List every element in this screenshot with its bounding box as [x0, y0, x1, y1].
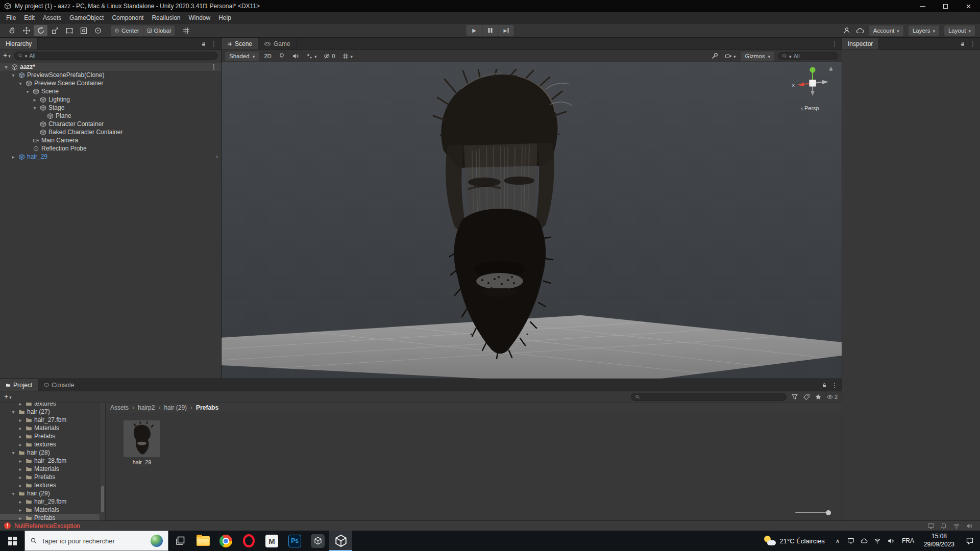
folder-row-selected[interactable]: Prefabs	[0, 514, 105, 520]
folder-row[interactable]: hair (27)	[0, 408, 105, 416]
rotate-tool-button[interactable]	[34, 25, 47, 36]
expand-arrow-icon[interactable]	[17, 416, 23, 423]
tray-wifi-icon[interactable]	[871, 537, 884, 544]
folder-row[interactable]: hair (29)	[0, 489, 105, 497]
breadcrumb-prefabs[interactable]: Prefabs	[196, 404, 218, 411]
hierarchy-item[interactable]: Lighting	[0, 95, 221, 104]
expand-arrow-icon[interactable]	[17, 465, 23, 472]
hair-model[interactable]	[425, 69, 575, 359]
hierarchy-item[interactable]: PreviewScenePrefab(Clone)	[0, 71, 221, 79]
layers-dropdown[interactable]: Layers	[909, 26, 939, 36]
weather-widget[interactable]: 21°C Éclaircies	[757, 535, 831, 546]
expand-arrow-icon[interactable]	[10, 490, 16, 497]
status-monitor-icon[interactable]	[927, 522, 935, 530]
folder-row[interactable]: textures	[0, 440, 105, 448]
hierarchy-item[interactable]: Character Container	[0, 120, 221, 128]
menu-file[interactable]: File	[2, 12, 20, 23]
expand-arrow-icon[interactable]	[17, 441, 23, 448]
unity-editor-button[interactable]	[329, 531, 352, 551]
start-button[interactable]	[0, 531, 24, 551]
gizmo-lock-icon[interactable]	[828, 66, 834, 71]
tab-inspector[interactable]: Inspector	[842, 38, 879, 49]
expand-arrow-icon[interactable]	[24, 88, 31, 95]
panel-menu-icon[interactable]	[211, 40, 217, 47]
hidden-packages-toggle[interactable]: 2	[826, 393, 838, 400]
menu-window[interactable]: Window	[185, 12, 215, 23]
folder-row[interactable]: hair_27.fbm	[0, 416, 105, 424]
status-error-text[interactable]: NullReferenceException	[14, 522, 80, 530]
scene-viewport[interactable]: x Persp	[222, 62, 842, 379]
scene-lighting-toggle[interactable]	[277, 52, 287, 61]
taskbar-search-box[interactable]: Taper ici pour rechercher	[24, 531, 168, 551]
scene-search-input[interactable]: All	[778, 52, 838, 60]
asset-thumbnail[interactable]	[124, 420, 160, 457]
breadcrumb-hairp2[interactable]: hairp2	[138, 404, 155, 411]
grid-snap-button[interactable]	[180, 25, 193, 36]
create-object-button[interactable]	[3, 52, 11, 59]
status-bell-icon[interactable]	[940, 522, 947, 530]
file-explorer-button[interactable]	[191, 531, 214, 551]
hierarchy-item[interactable]: Reflection Probe	[0, 144, 221, 153]
hierarchy-item[interactable]: Scene	[0, 87, 221, 95]
project-search-input[interactable]	[631, 393, 787, 401]
tray-monitor-icon[interactable]	[844, 537, 857, 544]
close-button[interactable]	[957, 0, 980, 12]
menu-help[interactable]: Help	[214, 12, 235, 23]
pause-button[interactable]	[482, 25, 498, 36]
hierarchy-search-input[interactable]: All	[14, 52, 218, 60]
scene-audio-toggle[interactable]	[290, 52, 301, 61]
transform-tool-button[interactable]	[77, 25, 90, 36]
folder-row[interactable]: Materials	[0, 465, 105, 473]
custom-tool-button[interactable]	[91, 25, 105, 36]
breadcrumb-assets[interactable]: Assets	[110, 404, 129, 411]
menu-reallusion[interactable]: Reallusion	[148, 12, 184, 23]
menu-gameobject[interactable]: GameObject	[65, 12, 108, 23]
expand-arrow-icon[interactable]	[10, 71, 16, 79]
projection-mode-label[interactable]: Persp	[786, 105, 835, 111]
expand-arrow-icon[interactable]	[32, 104, 38, 111]
scale-tool-button[interactable]	[48, 25, 62, 36]
hierarchy-item[interactable]: Baked Character Container	[0, 128, 221, 136]
lock-icon[interactable]	[822, 383, 827, 388]
expand-arrow-icon[interactable]	[17, 433, 23, 440]
menu-assets[interactable]: Assets	[39, 12, 65, 23]
hierarchy-item[interactable]: Preview Scene Container	[0, 79, 221, 87]
lock-icon[interactable]	[201, 41, 206, 46]
expand-arrow-icon[interactable]	[10, 449, 16, 456]
folder-row[interactable]: hair_28.fbm	[0, 457, 105, 465]
expand-arrow-icon[interactable]	[17, 498, 23, 505]
menu-component[interactable]: Component	[108, 12, 148, 23]
hand-tool-button[interactable]	[5, 25, 19, 36]
expand-arrow-icon[interactable]	[17, 506, 23, 513]
language-indicator[interactable]: FRA	[897, 537, 919, 544]
scene-effects-dropdown[interactable]	[304, 52, 318, 61]
thumbnail-zoom-slider[interactable]	[795, 510, 831, 516]
favorite-search-icon[interactable]	[815, 393, 822, 400]
account-dropdown[interactable]: Account	[869, 26, 903, 36]
asset-item-hair29[interactable]: hair_29	[122, 420, 161, 465]
search-highlight-icon[interactable]	[151, 535, 163, 547]
status-wifi-icon[interactable]	[953, 522, 960, 530]
assets-grid[interactable]: hair_29	[106, 413, 842, 520]
folder-row[interactable]: Prefabs	[0, 473, 105, 481]
expand-arrow-icon[interactable]	[17, 80, 23, 87]
breadcrumb-hair29[interactable]: hair (29)	[164, 404, 187, 411]
slider-knob[interactable]	[826, 510, 831, 515]
pivot-mode-button[interactable]: Center	[111, 26, 143, 36]
expand-arrow-icon[interactable]	[17, 403, 23, 407]
opera-button[interactable]	[237, 531, 260, 551]
tab-hierarchy[interactable]: Hierarchy	[0, 38, 38, 49]
folder-row[interactable]: textures	[0, 403, 105, 408]
hierarchy-item[interactable]: Main Camera	[0, 136, 221, 144]
scene-visibility-toggle[interactable]: 0	[322, 52, 336, 61]
tab-project[interactable]: Project	[0, 379, 38, 391]
open-prefab-chevron-icon[interactable]	[216, 153, 218, 160]
tray-onedrive-icon[interactable]	[857, 537, 871, 544]
action-center-button[interactable]	[960, 537, 980, 545]
expand-arrow-icon[interactable]	[10, 153, 16, 160]
expand-arrow-icon[interactable]	[17, 514, 23, 520]
hierarchy-scene-row[interactable]: aazz*	[0, 63, 221, 71]
m-app-button[interactable]: M	[260, 531, 283, 551]
pivot-rotation-button[interactable]: Global	[143, 26, 175, 36]
2d-toggle-button[interactable]: 2D	[262, 52, 273, 61]
